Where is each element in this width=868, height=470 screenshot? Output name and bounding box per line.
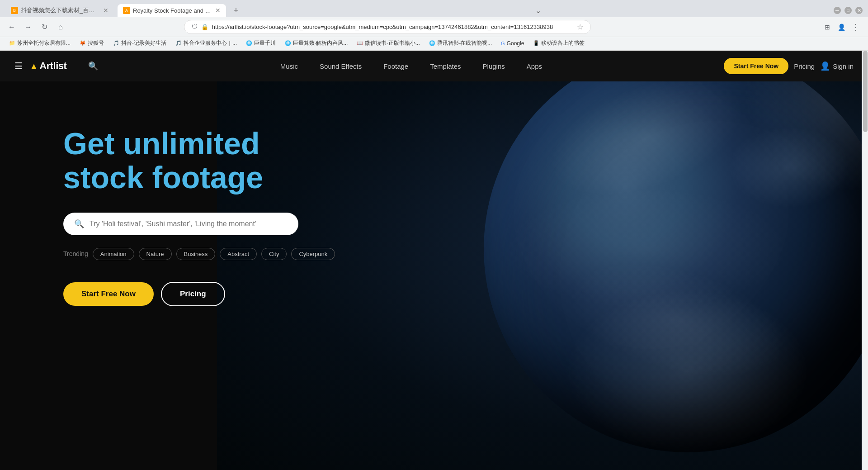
logo-text: Artlist (39, 60, 66, 72)
trending-tag-cyberpunk[interactable]: Cyberpunk (291, 248, 335, 260)
hero-title: Get unlimited stock footage (63, 127, 298, 195)
nav-signin-link[interactable]: 👤 Sign in (820, 61, 854, 71)
hero-buttons: Start Free Now Pricing (63, 282, 868, 306)
hero-start-free-button[interactable]: Start Free Now (63, 282, 154, 306)
nav-templates[interactable]: Templates (421, 59, 470, 74)
shield-icon: 🛡 (192, 24, 198, 30)
trending-section: Trending Animation Nature Business Abstr… (63, 248, 868, 260)
hero-pricing-button[interactable]: Pricing (161, 282, 225, 306)
bookmark-suzhou[interactable]: 📁 苏州全托付家居有限... (5, 38, 74, 48)
site-navigation: ☰ ▲ Artlist 🔍 Music Sound Effects Footag… (0, 51, 868, 81)
signin-text: Sign in (833, 62, 854, 70)
forward-button[interactable]: → (22, 21, 34, 33)
trending-tag-city[interactable]: City (261, 248, 287, 260)
nav-apps[interactable]: Apps (518, 59, 551, 74)
window-maximize[interactable]: □ (844, 7, 852, 14)
browser-tab-active[interactable]: A Royalty Stock Footage and Video ✕ (118, 4, 226, 17)
hero-search-bar[interactable]: 🔍 (63, 213, 298, 235)
home-button[interactable]: ⌂ (54, 21, 67, 33)
hero-section: Get unlimited stock footage 🔍 Trending A… (0, 81, 868, 470)
trending-tag-animation[interactable]: Animation (93, 248, 134, 260)
bookmark-jlqc[interactable]: 🌐 巨量千川 (242, 38, 279, 48)
bookmark-google[interactable]: G Google (497, 39, 528, 48)
bookmark-jlss[interactable]: 🌐 巨量算数·解析内容风... (281, 38, 351, 48)
nav-search-button[interactable]: 🔍 (88, 61, 98, 71)
hero-content: Get unlimited stock footage 🔍 Trending A… (0, 81, 868, 306)
nav-start-free-button[interactable]: Start Free Now (724, 58, 788, 74)
bookmark-weixin[interactable]: 📖 微信读书·正版书籍小... (353, 38, 423, 48)
new-tab-button[interactable]: + (230, 4, 242, 17)
extensions-button[interactable]: ⊞ (821, 21, 834, 33)
bookmark-mobile[interactable]: 📱 移动设备上的书签 (529, 38, 588, 48)
address-bar[interactable]: 🛡 🔒 https://artlist.io/stock-footage?utm… (184, 20, 591, 34)
menu-button[interactable]: ⋮ (850, 21, 863, 33)
nav-links: Music Sound Effects Footage Templates Pl… (98, 59, 724, 74)
user-icon: 👤 (820, 61, 830, 71)
trending-label: Trending (63, 250, 88, 257)
bookmarks-bar: 📁 苏州全托付家居有限... 🦊 搜狐号 🎵 抖音-记录美好生活 🎵 抖音企业服… (0, 37, 868, 51)
nav-actions: Start Free Now Pricing 👤 Sign in (724, 58, 854, 74)
tab-title-active: Royalty Stock Footage and Video (133, 7, 212, 14)
window-close[interactable]: ✕ (855, 7, 863, 14)
bookmark-sohu[interactable]: 🦊 搜狐号 (76, 38, 108, 48)
bookmark-tiktok1[interactable]: 🎵 抖音-记录美好生活 (109, 38, 170, 48)
lock-icon: 🔒 (201, 24, 208, 30)
hamburger-menu[interactable]: ☰ (14, 61, 23, 71)
bookmark-star-icon[interactable]: ☆ (577, 23, 583, 31)
trending-tag-nature[interactable]: Nature (139, 248, 172, 260)
refresh-button[interactable]: ↻ (38, 21, 51, 33)
bookmark-tencent[interactable]: 🌐 腾讯智影·在线智能视... (425, 38, 495, 48)
tab-close-inactive[interactable]: ✕ (103, 7, 108, 14)
hero-search-icon: 🔍 (74, 219, 84, 229)
tab-title-inactive: 抖音视频怎么下载素材_百度搜... (21, 6, 100, 14)
browser-tab-inactive[interactable]: B 抖音视频怎么下载素材_百度搜... ✕ (5, 4, 114, 17)
window-minimize[interactable]: ─ (834, 7, 841, 14)
site-logo[interactable]: ▲ Artlist (30, 60, 66, 72)
hero-search-input[interactable] (90, 220, 288, 228)
nav-plugins[interactable]: Plugins (474, 59, 514, 74)
url-text: https://artlist.io/stock-footage?utm_sou… (212, 24, 573, 30)
back-button[interactable]: ← (5, 21, 18, 33)
tab-overflow-button[interactable]: ⌄ (535, 6, 541, 15)
tab-close-active[interactable]: ✕ (215, 7, 221, 14)
nav-music[interactable]: Music (271, 59, 307, 74)
trending-tag-business[interactable]: Business (176, 248, 216, 260)
nav-sound-effects[interactable]: Sound Effects (311, 59, 371, 74)
bookmark-tiktok2[interactable]: 🎵 抖音企业服务中心｜... (172, 38, 241, 48)
nav-pricing-link[interactable]: Pricing (794, 62, 815, 70)
nav-footage[interactable]: Footage (374, 59, 417, 74)
trending-tag-abstract[interactable]: Abstract (220, 248, 257, 260)
profile-button[interactable]: 👤 (835, 21, 848, 33)
